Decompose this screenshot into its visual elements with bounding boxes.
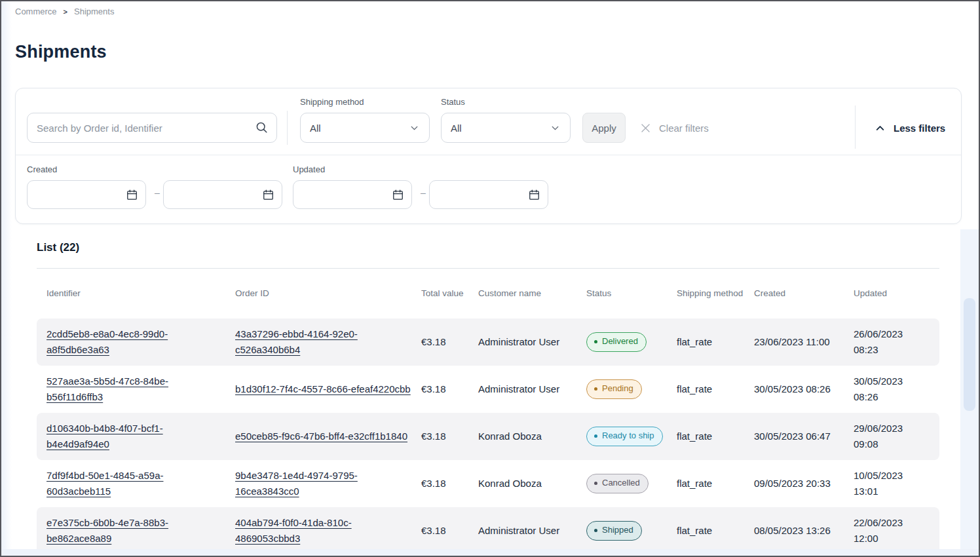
- created-range-label: Created: [27, 164, 57, 174]
- table-body: 2cdd5eb8-e8a0-4ec8-99d0-a8f5db6e3a6343a3…: [37, 318, 939, 554]
- column-header: Status: [586, 288, 677, 299]
- table-header-row: IdentifierOrder IDTotal valueCustomer na…: [37, 269, 939, 318]
- column-header: Updated: [854, 288, 939, 299]
- search-input[interactable]: [27, 113, 277, 143]
- order-id-cell: e50ceb85-f9c6-47b6-bff4-e32cff1b1840: [235, 429, 421, 444]
- vertical-scrollbar[interactable]: [960, 229, 979, 549]
- created-to-input[interactable]: [163, 180, 282, 209]
- identifier-cell: e7e375cb-6b0b-4e7a-88b3-be862ace8a89: [47, 515, 235, 547]
- filter-divider: [287, 111, 288, 145]
- left-edge-tint: [1, 1, 12, 556]
- shipping-method-cell: flat_rate: [677, 334, 754, 350]
- total-value-cell: €3.18: [421, 523, 478, 539]
- status-dot-icon: [594, 482, 597, 485]
- breadcrumb-shipments[interactable]: Shipments: [74, 7, 114, 16]
- chevron-down-icon: [550, 123, 561, 134]
- calendar-icon: [528, 189, 540, 201]
- table-row: d106340b-b4b8-4f07-bcf1-b4e4d9af94e0e50c…: [37, 413, 939, 460]
- shipping-method-label: Shipping method: [300, 97, 364, 107]
- shipping-method-select[interactable]: All: [300, 113, 430, 143]
- order-id-link[interactable]: 43a37296-ebbd-4164-92e0-c526a340b6b4: [235, 328, 358, 355]
- status-badge: Pending: [586, 379, 642, 399]
- created-cell: 23/06/2023 11:00: [754, 334, 854, 350]
- updated-from-input[interactable]: [293, 180, 412, 209]
- created-to-value[interactable]: [172, 189, 262, 201]
- identifier-link[interactable]: 527aae3a-5b5d-47c8-84be-b56f11d6ffb3: [47, 375, 168, 402]
- updated-cell: 29/06/2023 09:08: [854, 421, 939, 452]
- updated-to-value[interactable]: [438, 189, 528, 201]
- column-header: Created: [754, 288, 854, 299]
- status-dot-icon: [594, 529, 597, 532]
- table-row: e7e375cb-6b0b-4e7a-88b3-be862ace8a89404a…: [37, 507, 939, 554]
- created-from-value[interactable]: [35, 189, 126, 201]
- identifier-link[interactable]: d106340b-b4b8-4f07-bcf1-b4e4d9af94e0: [47, 423, 163, 450]
- shipping-method-cell: flat_rate: [677, 523, 754, 539]
- order-id-link[interactable]: e50ceb85-f9c6-47b6-bff4-e32cff1b1840: [235, 431, 407, 442]
- clear-filters-button[interactable]: Clear filters: [639, 113, 709, 143]
- status-badge-label: Shipped: [602, 524, 633, 537]
- status-label: Status: [441, 97, 465, 107]
- updated-from-value[interactable]: [301, 189, 392, 201]
- created-cell: 30/05/2023 06:47: [754, 429, 854, 444]
- page-bottom-gutter: [1, 549, 979, 556]
- total-value-cell: €3.18: [421, 476, 478, 491]
- updated-to-input[interactable]: [429, 180, 548, 209]
- calendar-icon: [262, 189, 274, 201]
- breadcrumb-separator-icon: >: [64, 8, 67, 16]
- column-header: Order ID: [235, 288, 421, 299]
- customer-name-cell: Konrad Oboza: [478, 429, 586, 444]
- order-id-link[interactable]: 404ab794-f0f0-41da-810c-4869053cbbd3: [235, 517, 352, 544]
- status-select[interactable]: All: [441, 113, 571, 143]
- shipping-method-cell: flat_rate: [677, 381, 754, 397]
- status-dot-icon: [594, 434, 597, 438]
- status-cell: Delivered: [586, 332, 677, 352]
- breadcrumb: Commerce > Shipments: [15, 7, 114, 16]
- breadcrumb-commerce[interactable]: Commerce: [15, 7, 57, 16]
- order-id-link[interactable]: b1d30f12-7f4c-4557-8c66-efeaf4220cbb: [235, 383, 411, 394]
- filter-row-divider: [16, 155, 961, 155]
- total-value-cell: €3.18: [421, 334, 478, 350]
- status-badge: Ready to ship: [586, 427, 663, 446]
- updated-range-label: Updated: [293, 164, 325, 174]
- status-cell: Cancelled: [586, 474, 677, 493]
- identifier-link[interactable]: 7df9f4bd-50e1-4845-a59a-60d3acbeb115: [47, 470, 163, 497]
- status-cell: Ready to ship: [586, 427, 677, 446]
- order-id-cell: 9b4e3478-1e4d-4974-9795-16cea3843cc0: [235, 468, 421, 499]
- status-dot-icon: [594, 340, 597, 343]
- updated-range-dash: –: [417, 187, 429, 198]
- created-cell: 30/05/2023 08:26: [754, 381, 854, 397]
- apply-button[interactable]: Apply: [582, 113, 626, 143]
- status-badge-label: Ready to ship: [602, 429, 654, 443]
- updated-cell: 10/05/2023 13:01: [854, 468, 939, 499]
- table-row: 527aae3a-5b5d-47c8-84be-b56f11d6ffb3b1d3…: [37, 366, 939, 413]
- order-id-cell: b1d30f12-7f4c-4557-8c66-efeaf4220cbb: [235, 381, 421, 397]
- total-value-cell: €3.18: [421, 429, 478, 444]
- filter-divider: [855, 106, 856, 149]
- created-cell: 08/05/2023 13:26: [754, 523, 854, 539]
- chevron-up-icon: [874, 122, 886, 134]
- order-id-link[interactable]: 9b4e3478-1e4d-4974-9795-16cea3843cc0: [235, 470, 358, 497]
- vertical-scrollbar-thumb[interactable]: [964, 298, 975, 411]
- calendar-icon: [126, 189, 138, 201]
- shipments-table: IdentifierOrder IDTotal valueCustomer na…: [37, 268, 939, 554]
- less-filters-toggle[interactable]: Less filters: [874, 113, 945, 143]
- order-id-cell: 404ab794-f0f0-41da-810c-4869053cbbd3: [235, 515, 421, 547]
- status-badge-label: Delivered: [602, 335, 638, 349]
- column-header: Total value: [421, 288, 478, 299]
- status-cell: Shipped: [586, 521, 677, 541]
- identifier-link[interactable]: e7e375cb-6b0b-4e7a-88b3-be862ace8a89: [47, 517, 168, 544]
- updated-cell: 26/06/2023 08:23: [854, 326, 939, 358]
- less-filters-label: Less filters: [894, 123, 945, 134]
- status-badge-label: Cancelled: [602, 476, 640, 490]
- clear-filters-label: Clear filters: [659, 123, 709, 134]
- list-title: List (22): [37, 241, 79, 254]
- identifier-cell: 2cdd5eb8-e8a0-4ec8-99d0-a8f5db6e3a63: [47, 326, 235, 358]
- status-value: All: [451, 123, 462, 134]
- table-row: 7df9f4bd-50e1-4845-a59a-60d3acbeb1159b4e…: [37, 460, 939, 507]
- created-from-input[interactable]: [27, 180, 146, 209]
- identifier-link[interactable]: 2cdd5eb8-e8a0-4ec8-99d0-a8f5db6e3a63: [47, 328, 168, 355]
- column-header: Identifier: [47, 288, 235, 299]
- filters-panel: Shipping method All Status All Apply Cle…: [15, 88, 962, 224]
- shipping-method-value: All: [310, 123, 321, 134]
- status-cell: Pending: [586, 379, 677, 399]
